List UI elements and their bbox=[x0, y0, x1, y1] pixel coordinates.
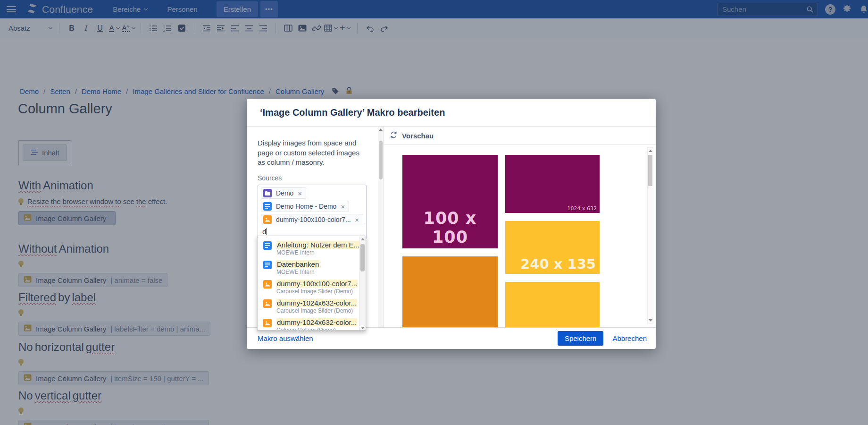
preview-panel: Vorschau 100 x 1001024 x 632240 x 135 bbox=[383, 127, 656, 327]
preview-image: 100 x 100 bbox=[402, 155, 498, 248]
macro-description: Display images from space and page or cu… bbox=[258, 138, 368, 168]
select-macro-link[interactable]: Makro auswählen bbox=[258, 334, 313, 342]
suggestion-title: Anleitung: Nutzer dem E... bbox=[276, 241, 360, 249]
preview-title: Vorschau bbox=[402, 132, 434, 140]
preview-image: 1024 x 632 bbox=[505, 155, 600, 213]
suggestion-title: dummy-1024x632-color... bbox=[276, 299, 357, 307]
scroll-up-icon[interactable] bbox=[361, 238, 365, 240]
suggestion-type-icon bbox=[263, 319, 272, 327]
suggestion-subtitle: Carousel Image Slider (Demo) bbox=[276, 307, 357, 314]
scrollbar-thumb[interactable] bbox=[648, 155, 652, 186]
sources-input-value: d bbox=[262, 228, 266, 236]
preview-column: 1024 x 632240 x 135 bbox=[505, 155, 600, 327]
source-tag: Demo Home - Demo × bbox=[261, 201, 349, 212]
suggestion-title: dummy-100x100-color7... bbox=[276, 280, 358, 288]
preview-scrollbar[interactable] bbox=[647, 147, 653, 323]
remove-tag-icon[interactable]: × bbox=[341, 203, 345, 210]
remove-tag-icon[interactable]: × bbox=[298, 190, 302, 197]
preview-image: 240 x 135 bbox=[505, 221, 600, 274]
suggestion-item[interactable]: dummy-100x100-color7... Carousel Image S… bbox=[258, 278, 366, 297]
image-size-label: 240 x 135 bbox=[520, 256, 596, 272]
scroll-down-icon[interactable] bbox=[649, 319, 652, 322]
source-tag-label: dummy-100x100-color7... bbox=[276, 216, 351, 223]
suggestion-subtitle: Column Gallery (Demo) bbox=[276, 327, 357, 331]
suggestion-item[interactable]: Datenbanken MOEWE Intern bbox=[258, 258, 366, 278]
suggestion-type-icon bbox=[263, 280, 272, 289]
source-tag: dummy-100x100-color7... × bbox=[261, 214, 363, 225]
source-type-icon bbox=[263, 189, 272, 197]
preview-body: 100 x 1001024 x 632240 x 135 bbox=[384, 145, 656, 327]
suggestion-item[interactable]: Anleitung: Nutzer dem E... MOEWE Intern bbox=[258, 239, 366, 258]
suggestion-subtitle: MOEWE Intern bbox=[276, 249, 360, 256]
dialog-header: ‘Image Column Gallery’ Makro bearbeiten bbox=[247, 99, 656, 127]
scroll-down-icon[interactable] bbox=[361, 327, 365, 329]
image-size-label: 1024 x 632 bbox=[568, 205, 597, 212]
source-type-icon bbox=[263, 202, 272, 211]
suggestion-subtitle: MOEWE Intern bbox=[276, 269, 319, 275]
scroll-up-icon[interactable] bbox=[379, 128, 383, 131]
preview-image bbox=[505, 282, 600, 327]
scrollbar-thumb[interactable] bbox=[379, 141, 383, 179]
image-size-label: 100 x 100 bbox=[402, 209, 498, 246]
panel-scrollbar[interactable] bbox=[378, 127, 383, 327]
suggestion-item[interactable]: dummy-1024x632-color... Column Gallery (… bbox=[258, 316, 366, 331]
suggestion-type-icon bbox=[263, 299, 272, 308]
sources-suggestions-dropdown: Anleitung: Nutzer dem E... MOEWE Intern … bbox=[257, 236, 366, 331]
cancel-button[interactable]: Abbrechen bbox=[612, 334, 647, 342]
sources-field[interactable]: Demo × Demo Home - Demo × dummy-100x100-… bbox=[258, 185, 367, 239]
source-tag: Demo × bbox=[261, 187, 306, 199]
source-type-icon bbox=[263, 215, 272, 224]
source-tag-label: Demo Home - Demo bbox=[276, 203, 336, 210]
suggestion-type-icon bbox=[263, 261, 272, 269]
remove-tag-icon[interactable]: × bbox=[355, 216, 359, 223]
suggestion-type-icon bbox=[263, 241, 272, 250]
preview-image bbox=[402, 256, 498, 327]
sources-label: Sources bbox=[258, 174, 383, 182]
text-caret bbox=[267, 228, 267, 235]
macro-edit-dialog: ‘Image Column Gallery’ Makro bearbeiten … bbox=[247, 99, 656, 349]
suggestion-subtitle: Carousel Image Slider (Demo) bbox=[276, 288, 358, 295]
preview-column: 100 x 100 bbox=[402, 155, 498, 327]
suggestion-item[interactable]: dummy-1024x632-color... Carousel Image S… bbox=[258, 297, 366, 316]
scrollbar-thumb[interactable] bbox=[360, 244, 365, 272]
suggestion-title: dummy-1024x632-color... bbox=[276, 318, 357, 326]
suggestion-title: Datenbanken bbox=[276, 260, 319, 268]
sources-input[interactable]: d bbox=[262, 227, 363, 236]
refresh-icon[interactable] bbox=[390, 131, 398, 140]
source-tag-label: Demo bbox=[276, 189, 293, 197]
dialog-title: ‘Image Column Gallery’ Makro bearbeiten bbox=[260, 107, 445, 118]
dropdown-scrollbar[interactable] bbox=[359, 236, 366, 330]
save-button[interactable]: Speichern bbox=[558, 331, 604, 346]
scroll-up-icon[interactable] bbox=[649, 150, 652, 152]
